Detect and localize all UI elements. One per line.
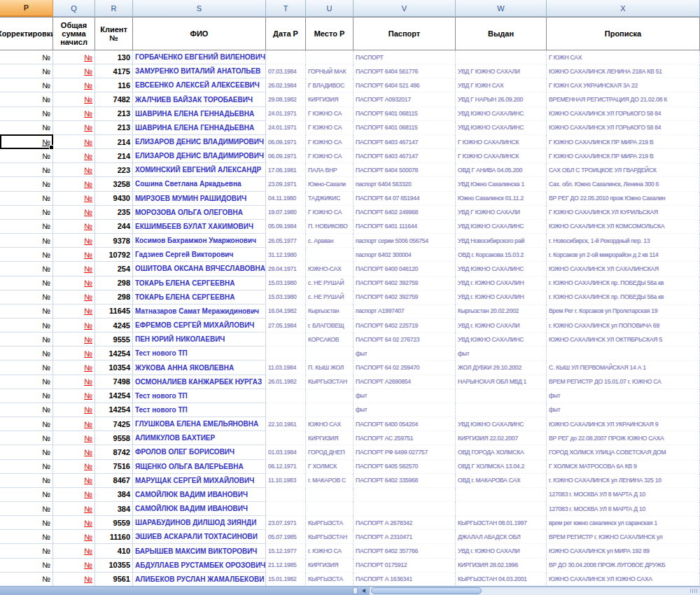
cell-client[interactable]: 298 xyxy=(95,290,133,304)
cell-issued[interactable] xyxy=(456,389,547,403)
cell-issued[interactable]: УВД Г ЮЖН САХ xyxy=(456,78,547,92)
cell-fio[interactable]: ШАВРИНА ЕЛЕНА ГЕННАДЬЕВНА xyxy=(133,121,266,135)
cell-birth[interactable]: 29.08.1982 xyxy=(266,92,306,106)
cell-total[interactable]: № xyxy=(53,64,95,78)
cell-passport[interactable]: фыт xyxy=(354,403,456,417)
cell-birth[interactable]: 31.12.1980 xyxy=(266,248,306,262)
cell-total[interactable]: № xyxy=(53,389,95,403)
cell-fio[interactable]: Тест нового ТП xyxy=(133,403,266,417)
cell-total[interactable]: № xyxy=(53,234,95,248)
cell-address[interactable]: Сах. обл. Южно Сахалинск, Ленина 300 6 xyxy=(547,177,700,191)
cell-fio[interactable]: АБДУЛЛАЕВ РУСТАМБЕК ОРОЗОВИЧ xyxy=(133,559,266,573)
cell-address[interactable]: Г ЮЖНО САХАЛИНСК ПР МИРА 219 В xyxy=(547,149,700,163)
cell-fio[interactable]: ЯЩЕНКО ОЛЬГА ВАЛЕРЬЕВНА xyxy=(133,460,266,474)
cell-total[interactable]: № xyxy=(53,360,95,374)
cell-total[interactable]: № xyxy=(53,502,95,516)
cell-fio[interactable]: БАРЫШЕВ МАКСИМ ВИКТОРОВИЧ xyxy=(133,544,266,558)
cell-birth[interactable] xyxy=(266,431,306,445)
cell-place[interactable]: Г ХОЛМСК xyxy=(306,460,354,474)
cell-client[interactable]: 214 xyxy=(95,149,133,163)
header-cell-fio[interactable]: ФИО xyxy=(133,17,266,50)
cell-address[interactable]: ЮЖНО САХАЛИНСК УЛ КОМСОМОЛЬСКА xyxy=(547,220,700,234)
cell-total[interactable]: № xyxy=(53,431,95,445)
cell-passport[interactable]: ПАСПОРТ 64 02 259470 xyxy=(354,360,456,374)
cell-passport[interactable]: ПАСПОРТ 6401 111644 xyxy=(354,220,456,234)
cell-client[interactable]: 11160 xyxy=(95,530,133,544)
cell-address[interactable]: фыт xyxy=(547,403,700,417)
cell-client[interactable]: 116 xyxy=(95,78,133,92)
cell-birth[interactable]: 17.06.1981 xyxy=(266,163,306,177)
cell-passport[interactable]: паспорт А1997407 xyxy=(354,304,456,318)
cell-address[interactable]: г. ЮЖНО САХАЛИНСК пр. ПОБЕДЫ 56а кв xyxy=(547,290,700,304)
cell-passport[interactable]: ПАСПОРТ 6402 357766 xyxy=(354,544,456,558)
column-header-p[interactable]: P xyxy=(0,0,53,17)
cell-client[interactable]: 7498 xyxy=(95,375,133,389)
cell-place[interactable]: Г ЮЖНО СА xyxy=(306,135,354,149)
cell-passport[interactable]: ПАСПОРТ 6404 521 486 xyxy=(354,78,456,92)
cell-passport[interactable]: ПАСПОРТ 6403 467147 xyxy=(354,149,456,163)
cell-corr[interactable]: № xyxy=(0,530,53,544)
cell-place[interactable]: П. КЫШ ЖОЛ xyxy=(306,360,354,374)
cell-passport[interactable]: ПАСПОРТ 6403 467147 xyxy=(354,135,456,149)
cell-place[interactable]: г. МАКАРОВ С xyxy=(306,474,354,488)
cell-place[interactable]: ЮЖНО САХ xyxy=(306,417,354,431)
cell-place[interactable]: КЫРГЫЗСТА xyxy=(306,516,354,530)
cell-client[interactable]: 14254 xyxy=(95,389,133,403)
cell-client[interactable]: 8467 xyxy=(95,474,133,488)
cell-passport[interactable]: ПАСПОРТ А 1636341 xyxy=(354,573,456,587)
cell-place[interactable]: г. ЮЖНО СА xyxy=(306,544,354,558)
cell-corr[interactable]: № xyxy=(0,177,53,191)
cell-birth[interactable]: 11.03.1984 xyxy=(266,360,306,374)
cell-client[interactable]: 298 xyxy=(95,276,133,290)
cell-fio[interactable]: ХОМИНСКИЙ ЕВГЕНИЙ АЛЕКСАНДР xyxy=(133,163,266,177)
cell-client[interactable]: 10792 xyxy=(95,248,133,262)
cell-fio[interactable]: ЕЛИЗАРОВ ДЕНИС ВЛАДИМИРОВИЧ xyxy=(133,135,266,149)
cell-corr[interactable]: № xyxy=(0,135,53,149)
cell-issued[interactable]: УВД ЮЖНО САХАЛИНС xyxy=(456,107,547,121)
cell-client[interactable]: 384 xyxy=(95,488,133,502)
cell-passport[interactable]: ПАСПОРТ 6402 392759 xyxy=(354,290,456,304)
cell-birth[interactable] xyxy=(266,389,306,403)
header-cell-corrections[interactable]: Корректировки xyxy=(0,17,53,50)
cell-fio[interactable]: МАРУЩАК СЕРГЕЙ МИХАЙЛОВИЧ xyxy=(133,474,266,488)
cell-passport[interactable]: ПАСПОРТ 6405 582570 xyxy=(354,460,456,474)
cell-passport[interactable] xyxy=(354,502,456,516)
cell-passport[interactable]: паспорт серии 5006 056754 xyxy=(354,234,456,248)
cell-place[interactable]: Г ЮЖНО СА xyxy=(306,107,354,121)
cell-place[interactable]: Кыргызстан xyxy=(306,304,354,318)
cell-fio[interactable]: ЕФРЕМОВ СЕРГЕЙ МИХАЙЛОВИЧ xyxy=(133,318,266,332)
cell-client[interactable]: 410 xyxy=(95,544,133,558)
cell-client[interactable]: 213 xyxy=(95,121,133,135)
cell-birth[interactable]: 07.03.1984 xyxy=(266,64,306,78)
cell-fio[interactable]: МОРОЗОВА ОЛЬГА ОЛЕГОВНА xyxy=(133,206,266,220)
cell-issued[interactable]: фыт xyxy=(456,346,547,360)
cell-passport[interactable]: ПАСПОРТ 6400 054204 xyxy=(354,417,456,431)
cell-total[interactable]: № xyxy=(53,488,95,502)
cell-birth[interactable]: 16.04.1982 xyxy=(266,304,306,318)
cell-total[interactable]: № xyxy=(53,206,95,220)
cell-fio[interactable]: АЛИБЕКОВ РУСЛАН ЖАМАЛБЕКОВИ xyxy=(133,573,266,587)
cell-corr[interactable]: № xyxy=(0,474,53,488)
header-cell-address[interactable]: Прописка xyxy=(547,17,700,50)
cell-address[interactable]: ВР ДО 30.04.2008 ПРОЖ ЛУГОВОЕ ДРУЖБ xyxy=(547,559,700,573)
horizontal-scrollbar[interactable] xyxy=(369,587,700,595)
header-cell-birthdate[interactable]: Дата Р xyxy=(266,17,306,50)
cell-total[interactable]: № xyxy=(53,149,95,163)
cell-place[interactable]: Г ВЛАДИВОС xyxy=(306,78,354,92)
cell-birth[interactable] xyxy=(266,332,306,346)
header-cell-birthplace[interactable]: Место Р xyxy=(306,17,354,50)
cell-place[interactable]: КЫРГЫЗСТАН xyxy=(306,375,354,389)
cell-address[interactable]: ВР РЕГ ДО 22.05.2010 прож Южно Сахалин xyxy=(547,192,700,206)
cell-total[interactable]: № xyxy=(53,445,95,459)
cell-fio[interactable]: ГОРБАЧЕНКО ЕВГЕНИЙ ВИЛЕНОВИЧ xyxy=(133,50,266,64)
cell-client[interactable]: 9558 xyxy=(95,431,133,445)
cell-total[interactable]: № xyxy=(53,290,95,304)
cell-fio[interactable]: ГЛУШКОВА ЕЛЕНА ЕМЕЛЬЯНОВНА xyxy=(133,417,266,431)
cell-passport[interactable]: ПАСПОРТ xyxy=(354,50,456,64)
cell-corr[interactable]: № xyxy=(0,375,53,389)
cell-passport[interactable]: ПАСПОРТ А0932017 xyxy=(354,92,456,106)
cell-total[interactable]: № xyxy=(53,50,95,64)
column-header-s[interactable]: S xyxy=(133,0,266,17)
cell-address[interactable]: г. Корсаков ул 2-ой микрорайон д 2 кв 11… xyxy=(547,248,700,262)
cell-address[interactable]: Врем Рег г. Корсаков ул Пролетарская 19 xyxy=(547,304,700,318)
